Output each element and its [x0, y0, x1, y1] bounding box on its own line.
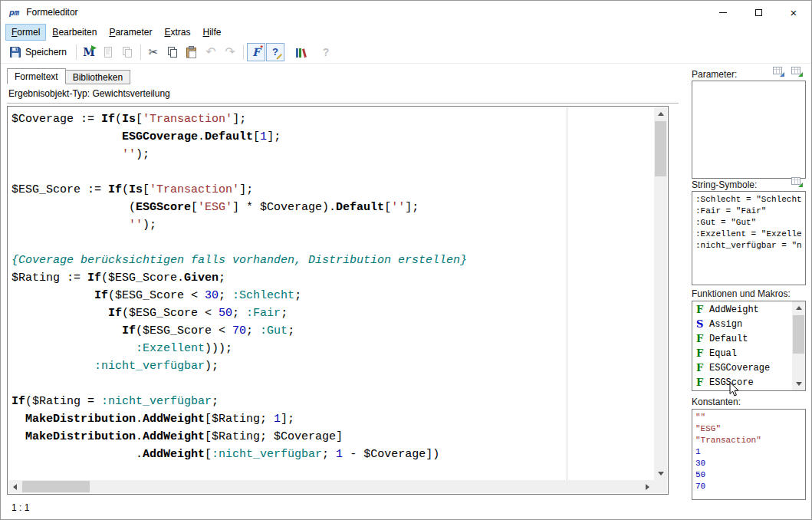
scroll-down-icon	[796, 382, 802, 386]
status-bar: 1 : 1	[12, 502, 29, 513]
vertical-scroll-thumb[interactable]	[655, 121, 666, 176]
editor-vertical-scrollbar[interactable]	[654, 107, 667, 480]
constant-item[interactable]: 50	[692, 469, 805, 481]
string-symbol-item[interactable]: :Gut = "Gut"	[692, 217, 805, 229]
code-line: $Coverage := If(Is['Transaction'];	[12, 110, 654, 128]
title-bar[interactable]: pm Formeleditor ×	[1, 1, 811, 24]
function-item[interactable]: FDefault	[692, 331, 792, 346]
formula-check-button[interactable]: F *	[247, 43, 265, 61]
menu-item-formel[interactable]: Formel	[5, 24, 46, 41]
function-item[interactable]: FEqual	[692, 346, 792, 360]
scroll-down-button[interactable]	[654, 467, 667, 480]
constant-item[interactable]: 30	[692, 458, 805, 469]
code-line: MakeDistribution.AddWeight[$Rating; $Cov…	[12, 428, 654, 446]
function-item[interactable]: FESGScore	[692, 375, 792, 390]
string-symbols-listbox[interactable]: :Schlecht = "Schlecht:Fair = "Fair":Gut …	[692, 191, 806, 285]
save-button[interactable]: Speichern	[7, 43, 72, 61]
function-type-icon: F	[696, 377, 705, 388]
paste-button[interactable]	[182, 43, 201, 61]
function-item[interactable]: SAssign	[692, 317, 792, 331]
constants-label: Konstanten:	[692, 397, 741, 407]
code-line: '');	[12, 146, 654, 163]
function-type-icon: F	[696, 333, 705, 344]
library-button[interactable]	[291, 43, 310, 61]
scroll-left-icon	[13, 484, 17, 490]
duplicate-formula-button	[118, 43, 136, 61]
mouse-cursor	[729, 382, 739, 397]
menu-item-extras[interactable]: Extras	[158, 24, 196, 41]
question-edit-button[interactable]: ?	[266, 43, 284, 61]
function-item[interactable]: FESGCoverage	[692, 360, 792, 375]
constant-item[interactable]: 1	[692, 446, 805, 458]
tab-bibliotheken[interactable]: Bibliotheken	[65, 70, 130, 84]
scroll-down-icon	[658, 472, 664, 476]
cut-button[interactable]: ✂	[144, 43, 163, 61]
tab-formeltext[interactable]: Formeltext	[7, 68, 66, 84]
functions-scroll-up-button[interactable]	[792, 301, 805, 314]
redo-button: ↷	[221, 43, 239, 61]
functions-label: Funktionen und Makros:	[692, 288, 791, 299]
close-icon: ×	[791, 7, 797, 18]
window-controls: ×	[705, 1, 811, 24]
redo-icon: ↷	[225, 44, 235, 59]
menu-item-bearbeiten[interactable]: Bearbeiten	[46, 24, 103, 41]
functions-scroll-down-button[interactable]	[792, 377, 805, 390]
code-line: :Exzellent)));	[12, 340, 654, 357]
assign-parameter-icon[interactable]	[772, 66, 785, 77]
string-symbol-item[interactable]: :Exzellent = "Exzelle	[692, 229, 805, 240]
scrollbar-corner	[654, 480, 667, 493]
function-name: ESGCoverage	[709, 363, 770, 374]
code-line: If($Rating = :nicht_verfügbar;	[12, 393, 654, 410]
functions-scrollbar[interactable]	[792, 301, 805, 390]
function-type-icon: S	[696, 318, 705, 330]
code-line	[12, 234, 654, 252]
function-item[interactable]: FAddWeight	[692, 302, 792, 317]
copy-icon	[166, 46, 179, 58]
insert-symbol-icon[interactable]	[791, 176, 804, 188]
minimize-button[interactable]	[705, 1, 741, 24]
formula-check-mark-icon: *	[261, 44, 264, 51]
maximize-button[interactable]	[741, 1, 776, 24]
help-button: ?	[317, 43, 335, 61]
constant-item[interactable]: "ESG"	[692, 423, 805, 435]
insert-parameter-icon[interactable]	[791, 66, 804, 77]
export-formula-icon	[102, 46, 114, 58]
scroll-up-button[interactable]	[654, 107, 667, 120]
constant-item[interactable]: 70	[692, 481, 805, 492]
constant-item[interactable]: ""	[692, 412, 805, 423]
undo-icon: ↶	[205, 44, 215, 59]
editor-horizontal-scrollbar[interactable]	[8, 480, 654, 493]
code-area[interactable]: $Coverage := If(Is['Transaction']; ESGCo…	[8, 107, 654, 480]
scroll-right-button[interactable]	[641, 480, 654, 493]
function-name: Default	[709, 334, 748, 344]
horizontal-scroll-thumb[interactable]	[22, 481, 90, 492]
functions-rows: FAddWeightSAssignFDefaultFEqualFESGCover…	[692, 302, 792, 390]
string-symbol-item[interactable]: :nicht_verfügbar = "n	[692, 240, 805, 252]
constant-item[interactable]: "Transaction"	[692, 435, 805, 446]
save-button-label: Speichern	[25, 47, 67, 58]
tab-strip: FormeltextBibliotheken	[7, 68, 130, 84]
scroll-up-icon	[658, 112, 664, 116]
constants-listbox[interactable]: """ESG""Transaction"1305070	[692, 409, 806, 500]
code-line	[12, 375, 654, 393]
close-button[interactable]: ×	[776, 1, 811, 24]
functions-listbox[interactable]: FAddWeightSAssignFDefaultFEqualFESGCover…	[692, 301, 806, 391]
menu-item-parameter[interactable]: Parameter	[103, 24, 158, 41]
maximize-icon	[755, 9, 762, 16]
m-symbol-button[interactable]: M	[80, 43, 98, 61]
parameter-listbox[interactable]	[692, 81, 806, 179]
menu-item-hilfe[interactable]: Hilfe	[197, 24, 228, 41]
scroll-up-icon	[796, 306, 802, 310]
formula-check-icon: F	[252, 46, 260, 58]
string-symbols-label: String-Symbole:	[692, 179, 757, 190]
string-symbol-item[interactable]: :Fair = "Fair"	[692, 206, 805, 217]
scroll-left-button[interactable]	[8, 480, 21, 493]
string-symbol-item[interactable]: :Schlecht = "Schlecht	[692, 194, 805, 206]
code-line: If($ESG_Score < 70; :Gut;	[12, 322, 654, 340]
code-line	[12, 163, 654, 181]
copy-button[interactable]	[163, 43, 182, 61]
parameter-label: Parameter:	[692, 69, 737, 80]
function-type-icon: F	[696, 347, 705, 359]
functions-scroll-thumb[interactable]	[793, 315, 804, 354]
duplicate-formula-icon	[121, 46, 133, 58]
